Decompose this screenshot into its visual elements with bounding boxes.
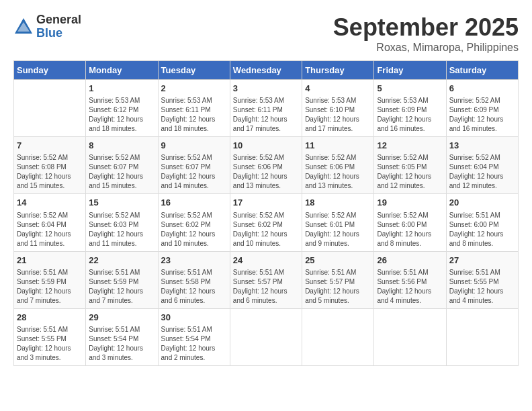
title-section: September 2025 Roxas, Mimaropa, Philippi… (333, 13, 519, 54)
calendar-cell: 7Sunrise: 5:52 AMSunset: 6:08 PMDaylight… (14, 137, 86, 194)
day-info: Sunrise: 5:51 AMSunset: 5:55 PMDaylight:… (449, 268, 515, 306)
calendar-cell: 13Sunrise: 5:52 AMSunset: 6:04 PMDayligh… (446, 137, 518, 194)
day-number: 13 (449, 140, 515, 152)
weekday-header-row: SundayMondayTuesdayWednesdayThursdayFrid… (14, 61, 519, 80)
weekday-header: Thursday (302, 61, 374, 80)
day-info: Sunrise: 5:51 AMSunset: 5:59 PMDaylight:… (89, 268, 154, 306)
calendar-cell: 14Sunrise: 5:52 AMSunset: 6:04 PMDayligh… (14, 194, 86, 251)
weekday-header: Tuesday (158, 61, 230, 80)
day-info: Sunrise: 5:52 AMSunset: 6:01 PMDaylight:… (305, 211, 371, 248)
day-number: 7 (17, 140, 83, 152)
calendar-cell (14, 80, 86, 137)
day-number: 12 (377, 140, 443, 152)
day-number: 27 (449, 255, 515, 267)
calendar-week-row: 1Sunrise: 5:53 AMSunset: 6:12 PMDaylight… (14, 80, 519, 137)
day-info: Sunrise: 5:52 AMSunset: 6:03 PMDaylight:… (89, 211, 154, 248)
calendar-cell: 8Sunrise: 5:52 AMSunset: 6:07 PMDaylight… (86, 137, 158, 194)
calendar-week-row: 14Sunrise: 5:52 AMSunset: 6:04 PMDayligh… (14, 194, 519, 251)
calendar-cell: 12Sunrise: 5:52 AMSunset: 6:05 PMDayligh… (374, 137, 446, 194)
day-number: 22 (89, 255, 154, 267)
day-number: 26 (377, 255, 443, 267)
day-number: 14 (17, 197, 83, 209)
day-info: Sunrise: 5:51 AMSunset: 5:58 PMDaylight:… (161, 268, 227, 306)
day-info: Sunrise: 5:52 AMSunset: 6:06 PMDaylight:… (305, 153, 371, 191)
day-info: Sunrise: 5:52 AMSunset: 6:09 PMDaylight:… (449, 96, 515, 134)
calendar-cell: 27Sunrise: 5:51 AMSunset: 5:55 PMDayligh… (446, 251, 518, 308)
day-info: Sunrise: 5:52 AMSunset: 6:07 PMDaylight:… (161, 153, 227, 191)
logo: General Blue (13, 13, 81, 40)
calendar-cell: 28Sunrise: 5:51 AMSunset: 5:55 PMDayligh… (14, 308, 86, 365)
calendar-week-row: 7Sunrise: 5:52 AMSunset: 6:08 PMDaylight… (14, 137, 519, 194)
day-number: 4 (305, 83, 371, 95)
logo-text: General Blue (36, 13, 81, 40)
day-number: 18 (305, 197, 371, 209)
calendar-cell: 19Sunrise: 5:52 AMSunset: 6:00 PMDayligh… (374, 194, 446, 251)
day-number: 16 (161, 197, 227, 209)
location: Roxas, Mimaropa, Philippines (333, 42, 519, 54)
day-number: 30 (161, 312, 227, 324)
day-number: 28 (17, 312, 83, 324)
day-number: 15 (89, 197, 154, 209)
day-info: Sunrise: 5:51 AMSunset: 5:54 PMDaylight:… (161, 325, 227, 363)
weekday-header: Wednesday (230, 61, 302, 80)
day-number: 5 (377, 83, 443, 95)
calendar-cell (302, 308, 374, 365)
calendar-cell: 21Sunrise: 5:51 AMSunset: 5:59 PMDayligh… (14, 251, 86, 308)
calendar-table: SundayMondayTuesdayWednesdayThursdayFrid… (13, 60, 519, 366)
day-info: Sunrise: 5:52 AMSunset: 6:05 PMDaylight:… (377, 153, 443, 191)
day-info: Sunrise: 5:52 AMSunset: 6:02 PMDaylight:… (233, 211, 299, 248)
calendar-cell: 10Sunrise: 5:52 AMSunset: 6:06 PMDayligh… (230, 137, 302, 194)
day-info: Sunrise: 5:52 AMSunset: 6:00 PMDaylight:… (377, 211, 443, 248)
calendar-cell: 23Sunrise: 5:51 AMSunset: 5:58 PMDayligh… (158, 251, 230, 308)
calendar-cell: 17Sunrise: 5:52 AMSunset: 6:02 PMDayligh… (230, 194, 302, 251)
day-number: 24 (233, 255, 299, 267)
calendar-cell: 9Sunrise: 5:52 AMSunset: 6:07 PMDaylight… (158, 137, 230, 194)
weekday-header: Monday (86, 61, 158, 80)
weekday-header: Sunday (14, 61, 86, 80)
day-info: Sunrise: 5:51 AMSunset: 5:55 PMDaylight:… (17, 325, 83, 363)
day-info: Sunrise: 5:53 AMSunset: 6:09 PMDaylight:… (377, 96, 443, 134)
day-info: Sunrise: 5:52 AMSunset: 6:07 PMDaylight:… (89, 153, 154, 191)
day-info: Sunrise: 5:51 AMSunset: 5:54 PMDaylight:… (89, 325, 154, 363)
logo-blue: Blue (36, 27, 81, 40)
calendar-cell: 22Sunrise: 5:51 AMSunset: 5:59 PMDayligh… (86, 251, 158, 308)
calendar-cell: 15Sunrise: 5:52 AMSunset: 6:03 PMDayligh… (86, 194, 158, 251)
logo-icon (13, 17, 34, 37)
calendar-cell: 26Sunrise: 5:51 AMSunset: 5:56 PMDayligh… (374, 251, 446, 308)
day-number: 19 (377, 197, 443, 209)
month-title: September 2025 (333, 13, 519, 42)
day-number: 25 (305, 255, 371, 267)
day-number: 10 (233, 140, 299, 152)
day-number: 29 (89, 312, 154, 324)
day-info: Sunrise: 5:51 AMSunset: 5:56 PMDaylight:… (377, 268, 443, 306)
day-info: Sunrise: 5:52 AMSunset: 6:04 PMDaylight:… (17, 211, 83, 248)
day-info: Sunrise: 5:51 AMSunset: 5:59 PMDaylight:… (17, 268, 83, 306)
logo-general: General (36, 13, 81, 27)
calendar-cell (230, 308, 302, 365)
day-number: 20 (449, 197, 515, 209)
day-number: 17 (233, 197, 299, 209)
day-info: Sunrise: 5:53 AMSunset: 6:12 PMDaylight:… (89, 96, 154, 134)
calendar-cell: 29Sunrise: 5:51 AMSunset: 5:54 PMDayligh… (86, 308, 158, 365)
calendar-cell: 18Sunrise: 5:52 AMSunset: 6:01 PMDayligh… (302, 194, 374, 251)
calendar-cell: 5Sunrise: 5:53 AMSunset: 6:09 PMDaylight… (374, 80, 446, 137)
calendar-cell: 30Sunrise: 5:51 AMSunset: 5:54 PMDayligh… (158, 308, 230, 365)
day-info: Sunrise: 5:52 AMSunset: 6:02 PMDaylight:… (161, 211, 227, 248)
calendar-cell: 16Sunrise: 5:52 AMSunset: 6:02 PMDayligh… (158, 194, 230, 251)
day-number: 9 (161, 140, 227, 152)
day-number: 2 (161, 83, 227, 95)
calendar-cell: 6Sunrise: 5:52 AMSunset: 6:09 PMDaylight… (446, 80, 518, 137)
calendar-cell: 2Sunrise: 5:53 AMSunset: 6:11 PMDaylight… (158, 80, 230, 137)
day-info: Sunrise: 5:52 AMSunset: 6:06 PMDaylight:… (233, 153, 299, 191)
day-number: 23 (161, 255, 227, 267)
calendar-cell: 25Sunrise: 5:51 AMSunset: 5:57 PMDayligh… (302, 251, 374, 308)
calendar-cell: 20Sunrise: 5:51 AMSunset: 6:00 PMDayligh… (446, 194, 518, 251)
day-info: Sunrise: 5:51 AMSunset: 5:57 PMDaylight:… (305, 268, 371, 306)
day-info: Sunrise: 5:51 AMSunset: 6:00 PMDaylight:… (449, 211, 515, 248)
day-info: Sunrise: 5:52 AMSunset: 6:08 PMDaylight:… (17, 153, 83, 191)
day-number: 21 (17, 255, 83, 267)
day-info: Sunrise: 5:52 AMSunset: 6:04 PMDaylight:… (449, 153, 515, 191)
calendar-week-row: 28Sunrise: 5:51 AMSunset: 5:55 PMDayligh… (14, 308, 519, 365)
page-header: General Blue September 2025 Roxas, Mimar… (13, 13, 519, 54)
day-number: 8 (89, 140, 154, 152)
